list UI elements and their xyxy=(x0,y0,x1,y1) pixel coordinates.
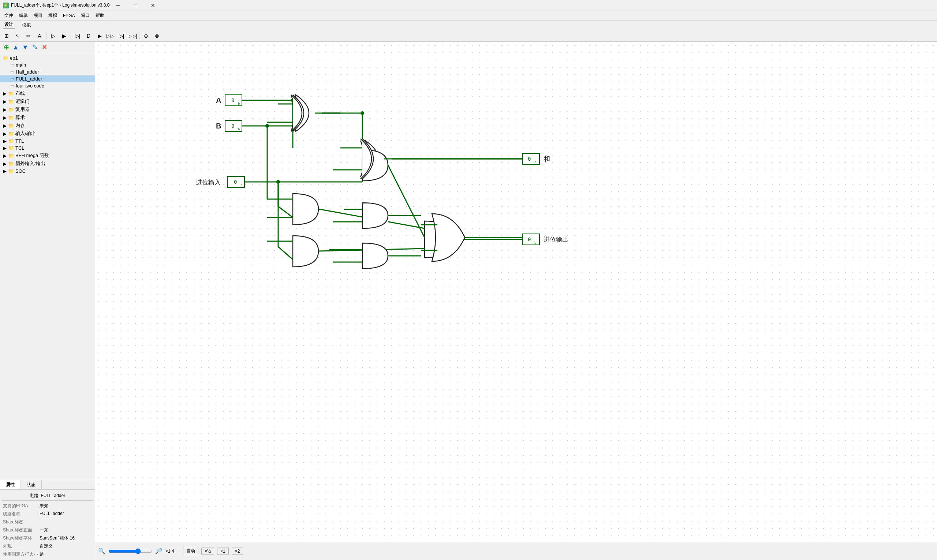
svg-text:b: b xyxy=(534,160,536,164)
toolbar-btn-gate1[interactable]: ▷ xyxy=(48,31,58,41)
folder-icon-mux: 📁 xyxy=(8,107,14,112)
folder-label-extra: 额外输入/输出 xyxy=(15,160,45,167)
zoom-2x[interactable]: ×2 xyxy=(232,548,243,555)
output-sum-pin[interactable]: 0 b xyxy=(523,153,540,165)
label-a: A xyxy=(216,96,221,104)
props-val-fpga: 未知 xyxy=(40,503,48,509)
menu-item-窗口[interactable]: 窗口 xyxy=(78,11,92,20)
tree-folder-logic[interactable]: ▶ 📁 逻辑门 xyxy=(0,97,95,105)
left-panel: ⊕ ▲ ▼ ✎ ✕ 📁 ep1 ▭ main ▭ Half_adder xyxy=(0,42,95,560)
tree-item-half-adder[interactable]: ▭ Half_adder xyxy=(0,68,95,75)
props-val-name: FULL_adder xyxy=(40,511,64,517)
tree-item-four-two[interactable]: ▭ four two code xyxy=(0,82,95,89)
tree-label-four: four two code xyxy=(16,83,44,89)
circuit-icon-full: ▭ xyxy=(10,77,14,82)
toolbar-btn-7[interactable]: ▶ xyxy=(94,31,105,41)
toolbar-btn-9[interactable]: ▷| xyxy=(116,31,127,41)
toolbar-btn-cursor[interactable]: ↖ xyxy=(12,31,23,41)
toolbar-btn-10[interactable]: ▷▷| xyxy=(128,31,138,41)
props-tab-attr[interactable]: 属性 xyxy=(0,480,21,489)
props-tab-state[interactable]: 状态 xyxy=(21,480,42,489)
menu-item-编辑[interactable]: 编辑 xyxy=(16,11,31,20)
tree-item-full-adder[interactable]: ▭ FULL_adder xyxy=(0,75,95,82)
menubar: 文件编辑项目模拟FPGA窗口帮助 xyxy=(0,11,937,20)
props-val-sharefont: SansSerif 粗体 16 xyxy=(40,535,75,542)
close-button[interactable]: ✕ xyxy=(145,0,162,11)
simulate-tab[interactable]: 模拟 xyxy=(20,21,32,29)
folder-label-ttl: TTL xyxy=(15,138,24,144)
menu-item-模拟[interactable]: 模拟 xyxy=(45,11,60,20)
maximize-button[interactable]: □ xyxy=(127,0,144,11)
svg-text:0: 0 xyxy=(234,179,237,185)
zoom-in-button[interactable]: 🔎 xyxy=(155,548,163,554)
props-key-fpga: 支持的FPGA: xyxy=(3,503,40,509)
zoom-half[interactable]: ×½ xyxy=(201,548,214,555)
folder-arrow-mem: ▶ xyxy=(3,123,6,128)
input-a-pin[interactable]: 0 b xyxy=(225,95,242,106)
folder-label-io: 输入/输出 xyxy=(15,130,36,137)
toolbar-btn-gate2[interactable]: ▶ xyxy=(59,31,69,41)
toolbar-btn-8[interactable]: ▷▷ xyxy=(105,31,115,41)
zoom-1x[interactable]: ×1 xyxy=(217,548,229,555)
menu-item-帮助[interactable]: 帮助 xyxy=(92,11,107,20)
qa-down-btn[interactable]: ▼ xyxy=(21,43,29,51)
menu-item-FPGA[interactable]: FPGA xyxy=(60,12,78,19)
props-content: 电路: FULL_adder 支持的FPGA: 未知 线路名称 FULL_add… xyxy=(0,490,95,560)
tree-folder-tcl[interactable]: ▶ 📁 TCL xyxy=(0,145,95,152)
tree-folder-io[interactable]: ▶ 📁 输入/输出 xyxy=(0,129,95,138)
props-row-sharefont: Share标签字体 SansSerif 粗体 16 xyxy=(2,534,93,542)
toolbar-btn-6[interactable]: D xyxy=(83,31,94,41)
design-tab[interactable]: 设计 xyxy=(3,21,15,29)
circuit-canvas-area[interactable]: 0 b A 0 b B 0 b 进位输入 xyxy=(95,42,937,560)
zoom-out-button[interactable]: 🔍 xyxy=(98,548,105,554)
qa-delete-btn[interactable]: ✕ xyxy=(40,43,48,51)
and3-group xyxy=(333,203,421,228)
output-cout-pin[interactable]: 0 b xyxy=(523,234,540,245)
tree-label-main: main xyxy=(16,62,26,68)
toolbar-btn-12[interactable]: ⊗ xyxy=(152,31,162,41)
toolbar-btn-11[interactable]: ⊕ xyxy=(141,31,151,41)
tree-item-root[interactable]: 📁 ep1 xyxy=(0,55,95,62)
tree-folder-mux[interactable]: ▶ 📁 复用器 xyxy=(0,105,95,114)
folder-icon-ttl: 📁 xyxy=(8,138,14,144)
input-cin-pin[interactable]: 0 b xyxy=(228,177,245,188)
folder-icon-wiring: 📁 xyxy=(8,91,14,96)
zoom-auto[interactable]: 自动 xyxy=(183,547,198,555)
app-icon: ⚡ xyxy=(3,3,9,8)
tree-folder-ttl[interactable]: ▶ 📁 TTL xyxy=(0,138,95,145)
props-row-sharefront: Share标签正面 一东 xyxy=(2,526,93,534)
qa-edit-btn[interactable]: ✎ xyxy=(31,43,39,51)
folder-arrow-io: ▶ xyxy=(3,131,6,137)
toolbar-btn-a[interactable]: A xyxy=(34,31,45,41)
toolbar-btn-1[interactable]: ⊞ xyxy=(2,31,12,41)
props-val-fixedsize: 是 xyxy=(40,551,44,557)
props-row-name: 线路名称 FULL_adder xyxy=(2,510,93,518)
properties-panel: 属性 状态 电路: FULL_adder 支持的FPGA: 未知 线路名称 FU… xyxy=(0,480,95,560)
minimize-button[interactable]: ─ xyxy=(109,0,126,11)
input-b-pin[interactable]: 0 b xyxy=(225,120,242,131)
tree-folder-mem[interactable]: ▶ 📁 内存 xyxy=(0,122,95,129)
tree-folder-extra[interactable]: ▶ 📁 额外输入/输出 xyxy=(0,160,95,168)
props-row-appearance: 外观 自定义 xyxy=(2,542,93,551)
tree-folder-wiring[interactable]: ▶ 📁 布线 xyxy=(0,89,95,97)
zoom-slider[interactable] xyxy=(108,548,152,554)
folder-icon-bfh: 📁 xyxy=(8,153,14,158)
svg-rect-36 xyxy=(523,234,540,245)
folder-label-tcl: TCL xyxy=(15,145,25,151)
toolbar-btn-5[interactable]: ▷| xyxy=(72,31,83,41)
main-layout: ⊕ ▲ ▼ ✎ ✕ 📁 ep1 ▭ main ▭ Half_adder xyxy=(0,42,937,560)
tree-folder-arith[interactable]: ▶ 📁 算术 xyxy=(0,114,95,122)
qa-add-btn[interactable]: ⊕ xyxy=(2,43,10,51)
tree-label-half: Half_adder xyxy=(16,69,39,75)
menu-item-项目[interactable]: 项目 xyxy=(31,11,45,20)
folder-arrow-tcl: ▶ xyxy=(3,145,6,151)
circuit-icon-half: ▭ xyxy=(10,69,14,75)
qa-up-btn[interactable]: ▲ xyxy=(12,43,20,51)
and-gate-2 xyxy=(293,236,318,267)
tree-folder-soc[interactable]: ▶ 📁 SOC xyxy=(0,168,95,175)
tree-folder-bfh[interactable]: ▶ 📁 BFH mega 函数 xyxy=(0,152,95,160)
props-key-name: 线路名称 xyxy=(3,511,40,517)
tree-item-main[interactable]: ▭ main xyxy=(0,62,95,68)
menu-item-文件[interactable]: 文件 xyxy=(2,11,16,20)
toolbar-btn-edit[interactable]: ✏ xyxy=(23,31,34,41)
